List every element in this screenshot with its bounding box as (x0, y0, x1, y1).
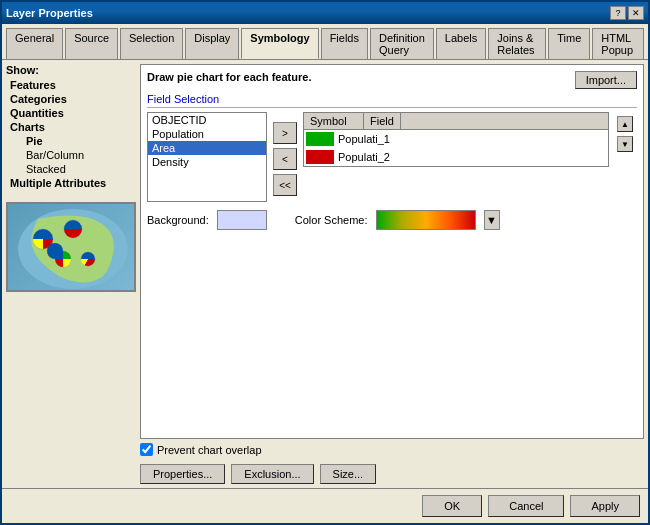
symbol-row-1[interactable]: Populati_1 (304, 130, 608, 148)
symbol-col-header: Symbol (304, 113, 364, 129)
left-item-stacked[interactable]: Stacked (6, 162, 136, 176)
scroll-up-button[interactable]: ▲ (617, 116, 633, 132)
symbol-row-2[interactable]: Populati_2 (304, 148, 608, 166)
tab-selection[interactable]: Selection (120, 28, 183, 59)
field-item-area[interactable]: Area (148, 141, 266, 155)
color-scheme-label: Color Scheme: (295, 214, 368, 226)
window-controls: ? ✕ (610, 6, 644, 20)
left-item-quantities[interactable]: Quantities (6, 106, 136, 120)
background-label: Background: (147, 214, 209, 226)
prevent-overlap-label: Prevent chart overlap (157, 444, 262, 456)
symbol-table: Symbol Field Populati_1 Populati_2 (303, 112, 609, 167)
apply-button[interactable]: Apply (570, 495, 640, 517)
left-panel: Show: Features Categories Quantities Cha… (6, 64, 136, 484)
color-gradient[interactable] (376, 210, 476, 230)
tab-fields[interactable]: Fields (321, 28, 368, 59)
tab-display[interactable]: Display (185, 28, 239, 59)
left-item-charts[interactable]: Charts (6, 120, 136, 134)
tab-time[interactable]: Time (548, 28, 590, 59)
left-item-bar-column[interactable]: Bar/Column (6, 148, 136, 162)
symbol-color-1 (306, 132, 334, 146)
color-scheme-dropdown[interactable]: ▼ (484, 210, 500, 230)
symbol-area: Symbol Field Populati_1 Populati_2 (303, 112, 637, 167)
scroll-down-button[interactable]: ▼ (617, 136, 633, 152)
main-content: Show: Features Categories Quantities Cha… (2, 60, 648, 488)
symbol-scroll-buttons: ▲ ▼ (613, 112, 637, 167)
tab-symbology[interactable]: Symbology (241, 28, 318, 59)
remove-all-button[interactable]: << (273, 174, 297, 196)
draw-title: Draw pie chart for each feature. (147, 71, 311, 83)
remove-field-button[interactable]: < (273, 148, 297, 170)
arrow-buttons: > < << (271, 112, 299, 206)
tab-source[interactable]: Source (65, 28, 118, 59)
left-item-features[interactable]: Features (6, 78, 136, 92)
exclusion-button[interactable]: Exclusion... (231, 464, 313, 484)
add-field-button[interactable]: > (273, 122, 297, 144)
background-row: Background: Color Scheme: ▼ (147, 210, 637, 230)
symbol-table-header: Symbol Field (304, 113, 608, 130)
close-button[interactable]: ✕ (628, 6, 644, 20)
left-item-multiple-attributes[interactable]: Multiple Attributes (6, 176, 136, 190)
tab-general[interactable]: General (6, 28, 63, 59)
symbology-panel: Draw pie chart for each feature. Import.… (140, 64, 644, 439)
left-item-pie[interactable]: Pie (6, 134, 136, 148)
footer: OK Cancel Apply (2, 488, 648, 523)
field-selection-label: Field Selection (147, 93, 637, 108)
tab-labels[interactable]: Labels (436, 28, 486, 59)
symbol-field-2: Populati_2 (338, 151, 390, 163)
symbol-color-2 (306, 150, 334, 164)
help-button[interactable]: ? (610, 6, 626, 20)
left-item-categories[interactable]: Categories (6, 92, 136, 106)
window-title: Layer Properties (6, 7, 93, 19)
layer-properties-window: Layer Properties ? ✕ General Source Sele… (0, 0, 650, 525)
prevent-overlap-row: Prevent chart overlap (140, 443, 644, 456)
action-buttons-row: Properties... Exclusion... Size... (140, 464, 644, 484)
prevent-overlap-checkbox[interactable] (140, 443, 153, 456)
properties-button[interactable]: Properties... (140, 464, 225, 484)
tabs-row: General Source Selection Display Symbolo… (2, 24, 648, 60)
bottom-section: Prevent chart overlap Properties... Excl… (140, 443, 644, 484)
cancel-button[interactable]: Cancel (488, 495, 564, 517)
tab-definition-query[interactable]: Definition Query (370, 28, 434, 59)
draw-title-row: Draw pie chart for each feature. Import.… (147, 71, 637, 89)
ok-button[interactable]: OK (422, 495, 482, 517)
field-item-population[interactable]: Population (148, 127, 266, 141)
title-bar: Layer Properties ? ✕ (2, 2, 648, 24)
import-button[interactable]: Import... (575, 71, 637, 89)
right-panel: Draw pie chart for each feature. Import.… (140, 64, 644, 484)
field-list[interactable]: OBJECTID Population Area Density (147, 112, 267, 202)
show-label: Show: (6, 64, 136, 76)
tab-joins-relates[interactable]: Joins & Relates (488, 28, 546, 59)
symbol-field-1: Populati_1 (338, 133, 390, 145)
size-button[interactable]: Size... (320, 464, 377, 484)
field-section: OBJECTID Population Area Density > < << (147, 112, 637, 206)
symbology-types: Features Categories Quantities Charts Pi… (6, 78, 136, 190)
background-color-box[interactable] (217, 210, 267, 230)
field-item-density[interactable]: Density (148, 155, 266, 169)
map-preview (6, 202, 136, 292)
field-item-objectid[interactable]: OBJECTID (148, 113, 266, 127)
tab-html-popup[interactable]: HTML Popup (592, 28, 644, 59)
field-col-header: Field (364, 113, 401, 129)
